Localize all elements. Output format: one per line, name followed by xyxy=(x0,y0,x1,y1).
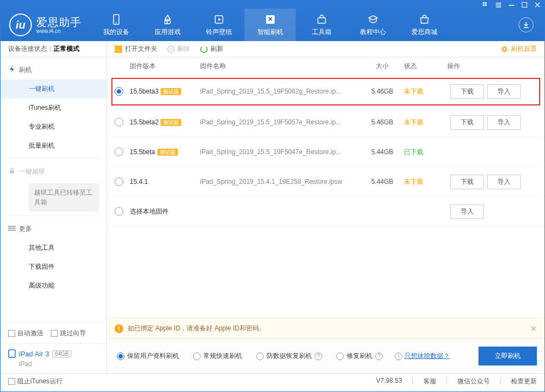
erase-data-link[interactable]: 只想抹除数据？ xyxy=(404,351,450,361)
ring-icon xyxy=(213,14,225,25)
firmware-status: 未下载 xyxy=(404,87,447,96)
sidebar-item-itunes[interactable]: iTunes刷机 xyxy=(1,98,107,117)
titlebar-minimize-icon[interactable] xyxy=(508,1,515,9)
info-icon[interactable]: i xyxy=(395,353,402,360)
firmware-radio[interactable] xyxy=(115,148,123,156)
firmware-row[interactable]: 15.5beta测试版iPad_Spring_2019_15.5_19F5047… xyxy=(107,137,544,167)
firmware-radio[interactable] xyxy=(115,118,123,127)
sidebar-item-other-tools[interactable]: 其他工具 xyxy=(1,238,107,257)
mode-radio[interactable] xyxy=(193,353,201,360)
auto-activate-checkbox[interactable]: 自动激活 xyxy=(8,329,43,338)
block-itunes-checkbox[interactable]: 阻止iTunes运行 xyxy=(8,377,63,386)
firmware-row[interactable]: 15.5beta2测试版iPad_Spring_2019_15.5_19F505… xyxy=(107,108,544,137)
delete-button[interactable]: 删除 xyxy=(167,44,190,54)
beta-badge: 测试版 xyxy=(157,149,178,156)
nav-item-device[interactable]: 我的设备 xyxy=(90,9,142,41)
col-version: 固件版本 xyxy=(130,62,200,71)
nav-item-store[interactable]: 爱思商城 xyxy=(398,9,450,41)
gear-icon xyxy=(501,45,508,53)
logo-icon: iu xyxy=(9,14,32,36)
firmware-size: 5.46GB xyxy=(361,88,404,95)
firmware-table-body: 15.5beta3测试版iPad_Spring_2019_15.5_19F506… xyxy=(107,76,544,227)
titlebar-menu-icon[interactable] xyxy=(495,1,502,9)
firmware-status: 已下载 xyxy=(404,148,447,157)
sidebar-section-more[interactable]: 更多 xyxy=(1,220,107,238)
nav-item-apps[interactable]: 应用游戏 xyxy=(142,9,193,41)
sidebar-item-batch[interactable]: 批量刷机 xyxy=(1,136,107,155)
mode-radio[interactable] xyxy=(336,353,344,360)
titlebar-grid-icon[interactable] xyxy=(482,1,489,9)
firmware-radio[interactable] xyxy=(115,87,123,96)
delete-icon xyxy=(167,45,175,53)
open-folder-button[interactable]: 打开文件夹 xyxy=(115,44,157,54)
firmware-radio[interactable] xyxy=(115,177,123,186)
device-icon xyxy=(110,14,122,25)
mode-radio[interactable] xyxy=(117,353,124,360)
flash-settings-button[interactable]: 刷机设置 xyxy=(501,44,537,54)
sidebar-item-pro[interactable]: 专业刷机 xyxy=(1,117,107,136)
svg-rect-21 xyxy=(8,228,16,229)
support-link[interactable]: 客服 xyxy=(423,377,436,386)
firmware-size: 5.46GB xyxy=(361,118,404,126)
header-download[interactable] xyxy=(519,17,544,32)
store-icon xyxy=(418,14,430,25)
nav-item-ring[interactable]: 铃声壁纸 xyxy=(193,9,244,41)
firmware-row[interactable]: 15.4.1iPad_Spring_2019_15.4.1_19E258_Res… xyxy=(107,167,544,197)
svg-rect-0 xyxy=(483,2,484,4)
download-button[interactable]: 下载 xyxy=(450,175,484,189)
more-icon xyxy=(8,224,16,232)
firmware-row[interactable]: 15.5beta3测试版iPad_Spring_2019_15.5_19F506… xyxy=(110,77,541,107)
firmware-radio[interactable] xyxy=(115,207,123,216)
import-button[interactable]: 导入 xyxy=(487,175,521,189)
import-button[interactable]: 导入 xyxy=(450,204,484,219)
svg-rect-6 xyxy=(496,6,501,8)
refresh-button[interactable]: 刷新 xyxy=(200,44,223,54)
svg-point-12 xyxy=(116,22,117,23)
sub-toolbar: 设备连接状态：正常模式 打开文件夹 删除 刷新 刷机设置 xyxy=(1,41,544,57)
notice-close-icon[interactable]: ✕ xyxy=(530,324,537,333)
mode-radio[interactable] xyxy=(256,353,264,360)
firmware-status: 未下载 xyxy=(404,177,447,187)
col-action: 操作 xyxy=(447,62,539,71)
firmware-actions: 导入 xyxy=(447,204,539,219)
sidebar-section-flash[interactable]: 刷机 xyxy=(1,61,107,79)
import-button[interactable]: 导入 xyxy=(487,84,521,99)
download-button[interactable]: 下载 xyxy=(450,84,484,99)
import-button[interactable]: 导入 xyxy=(487,115,521,130)
firmware-status: 未下载 xyxy=(404,118,447,127)
flash-now-button[interactable]: 立即刷机 xyxy=(478,347,537,366)
sidebar-item-advanced[interactable]: 高级功能 xyxy=(1,276,107,295)
help-icon[interactable]: ? xyxy=(375,353,383,360)
device-info[interactable]: iPad Air 3 64GB iPad xyxy=(1,343,107,373)
flash-mode-option[interactable]: 修复刷机? xyxy=(334,351,383,361)
firmware-row[interactable]: 选择本地固件导入 xyxy=(107,197,544,227)
brand-title: 爱思助手 xyxy=(36,16,82,28)
check-update-link[interactable]: 检查更新 xyxy=(511,377,537,386)
download-button[interactable]: 下载 xyxy=(450,115,484,130)
svg-rect-4 xyxy=(496,3,501,4)
logo[interactable]: iu 爱思助手 www.i4.cn xyxy=(1,14,90,36)
flash-mode-option[interactable]: 常规快速刷机 xyxy=(191,351,242,361)
firmware-filename: iPad_Spring_2019_15.5_19F5062g_Restore.i… xyxy=(200,88,361,95)
titlebar-close-icon[interactable] xyxy=(534,1,541,9)
skip-guide-checkbox[interactable]: 跳过向导 xyxy=(51,329,86,338)
flash-mode-option[interactable]: 防数据恢复刷机? xyxy=(254,351,322,361)
titlebar-maximize-icon[interactable] xyxy=(521,1,528,9)
help-icon[interactable]: ? xyxy=(315,353,322,360)
sidebar-item-one-click[interactable]: 一键刷机 xyxy=(1,79,107,98)
sidebar-jailbreak-note: 越狱工具已转移至工具箱 xyxy=(29,183,99,211)
nav-item-tools[interactable]: 工具箱 xyxy=(296,9,347,41)
col-size: 大小 xyxy=(361,62,404,71)
flash-mode-option[interactable]: 保留用户资料刷机 xyxy=(115,351,179,361)
lock-icon xyxy=(8,167,16,175)
svg-rect-5 xyxy=(496,4,501,5)
firmware-filename: iPad_Spring_2019_15.5_19F5057e_Restore.i… xyxy=(200,118,361,126)
firmware-filename: iPad_Spring_2019_15.5_19F5047e_Restore.i… xyxy=(200,148,361,156)
brand-sub: www.i4.cn xyxy=(36,28,82,34)
nav-item-tutorial[interactable]: 教程中心 xyxy=(347,9,398,41)
sidebar-item-download-fw[interactable]: 下载固件 xyxy=(1,257,107,276)
firmware-actions: 下载导入 xyxy=(447,115,539,130)
top-nav: 我的设备应用游戏铃声壁纸智能刷机工具箱教程中心爱思商城 xyxy=(90,9,450,41)
wechat-link[interactable]: 微信公众号 xyxy=(457,377,490,386)
nav-item-flash[interactable]: 智能刷机 xyxy=(244,9,296,41)
